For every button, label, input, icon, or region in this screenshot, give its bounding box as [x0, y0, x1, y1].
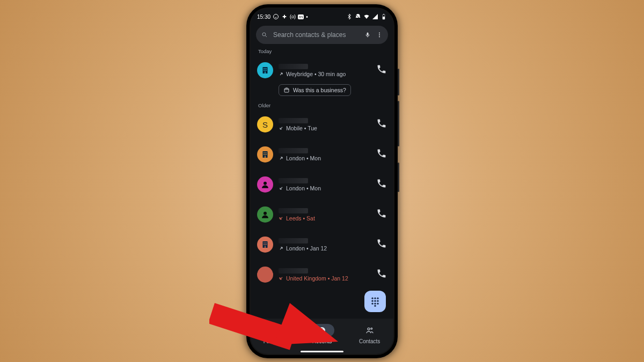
avatar: [257, 62, 273, 78]
svg-rect-29: [265, 156, 266, 158]
svg-rect-9: [367, 33, 369, 36]
svg-rect-6: [383, 14, 384, 14]
status-app-badge: rn: [298, 14, 304, 19]
call-subtext: London • Jan 12: [279, 245, 371, 252]
call-button[interactable]: [376, 118, 387, 131]
call-row[interactable]: London • Jan 12: [251, 230, 393, 260]
svg-point-40: [371, 298, 373, 299]
call-row[interactable]: London • Mon: [251, 139, 393, 169]
svg-rect-28: [266, 154, 267, 155]
svg-line-8: [266, 36, 267, 38]
svg-point-11: [379, 34, 380, 35]
svg-rect-17: [264, 70, 265, 71]
battery-icon: [380, 13, 387, 20]
mic-icon[interactable]: [364, 32, 371, 38]
contact-name-redacted: [279, 238, 308, 243]
dialpad-icon: [370, 296, 380, 307]
call-button[interactable]: [376, 64, 387, 77]
call-button[interactable]: [376, 178, 387, 191]
wifi-icon: [363, 13, 370, 20]
svg-rect-15: [265, 68, 266, 69]
phone-frame: 15:30 (o) rn • Search conta: [246, 4, 398, 358]
phone-side-button: [398, 162, 399, 192]
search-icon: [261, 32, 268, 38]
contacts-icon: [365, 326, 374, 335]
avatar: [257, 206, 273, 223]
call-row[interactable]: Leeds • Sat: [251, 200, 393, 230]
svg-point-43: [371, 300, 373, 302]
svg-point-7: [262, 33, 266, 36]
svg-rect-37: [265, 244, 266, 245]
svg-rect-21: [284, 88, 289, 92]
svg-rect-33: [264, 242, 265, 243]
svg-point-44: [374, 300, 376, 302]
svg-rect-19: [266, 70, 267, 71]
contact-name-redacted: [279, 268, 308, 274]
bluetooth-icon: [346, 13, 353, 20]
call-row[interactable]: Weybridge • 30 min ago: [251, 55, 393, 85]
svg-point-47: [374, 303, 376, 305]
phone-side-button: [398, 69, 399, 95]
tab-contacts[interactable]: Contacts: [348, 324, 391, 344]
dnd-icon: [355, 13, 361, 20]
svg-rect-24: [265, 152, 266, 153]
call-row[interactable]: United Kingdom • Jan 12: [251, 260, 393, 290]
svg-point-0: [274, 14, 279, 19]
call-subtext: London • Mon: [279, 185, 371, 191]
contact-name-redacted: [279, 208, 308, 213]
call-button[interactable]: [376, 148, 387, 161]
svg-rect-25: [266, 152, 267, 153]
signal-icon: [372, 13, 378, 20]
slack-icon: [281, 13, 288, 20]
call-row[interactable]: London • Mon: [251, 169, 393, 200]
avatar: [257, 146, 273, 162]
section-older: Older: [251, 102, 393, 108]
section-today: Today: [251, 48, 393, 54]
avatar: [257, 237, 273, 253]
avatar: S: [257, 116, 273, 132]
search-bar[interactable]: Search contacts & places: [256, 26, 388, 44]
svg-point-45: [377, 300, 378, 302]
svg-point-48: [377, 303, 378, 305]
svg-rect-27: [265, 154, 266, 155]
svg-point-41: [374, 298, 376, 299]
svg-rect-18: [265, 70, 266, 71]
tab-label: Contacts: [359, 338, 380, 344]
call-subtext: United Kingdom • Jan 12: [279, 275, 371, 282]
tab-label: Favorites: [264, 338, 286, 344]
call-button[interactable]: [376, 208, 387, 221]
call-row[interactable]: S Mobile • Tue: [251, 109, 393, 139]
overflow-icon[interactable]: [376, 32, 383, 38]
status-bar: 15:30 (o) rn •: [251, 9, 393, 23]
svg-rect-38: [266, 244, 267, 245]
call-subtext: Leeds • Sat: [279, 215, 371, 221]
tab-label: Recents: [312, 338, 332, 344]
whatsapp-icon: [273, 13, 279, 20]
call-button[interactable]: [376, 268, 387, 281]
dialpad-fab[interactable]: [364, 291, 386, 312]
svg-point-10: [379, 33, 380, 34]
contact-name-redacted: [279, 148, 308, 153]
svg-rect-2: [284, 15, 285, 19]
clock-icon: [318, 326, 326, 335]
call-subtext: Mobile • Tue: [279, 125, 371, 131]
svg-rect-34: [265, 242, 266, 243]
svg-rect-26: [264, 154, 265, 155]
svg-point-31: [264, 212, 267, 215]
svg-rect-20: [265, 71, 266, 73]
contact-name-redacted: [279, 64, 308, 69]
tab-favorites[interactable]: Favorites: [253, 324, 296, 344]
avatar: [257, 176, 273, 193]
svg-point-46: [371, 303, 373, 305]
svg-rect-35: [266, 242, 267, 243]
star-icon: [270, 326, 279, 335]
clock: 15:30: [257, 14, 270, 20]
avatar: [257, 267, 273, 283]
svg-point-30: [264, 182, 267, 185]
business-chip[interactable]: Was this a business?: [279, 84, 351, 96]
phone-side-button: [398, 101, 399, 146]
home-indicator[interactable]: [301, 351, 343, 352]
tab-recents[interactable]: Recents: [301, 324, 343, 344]
call-button[interactable]: [376, 238, 387, 251]
call-subtext: London • Mon: [279, 155, 371, 161]
